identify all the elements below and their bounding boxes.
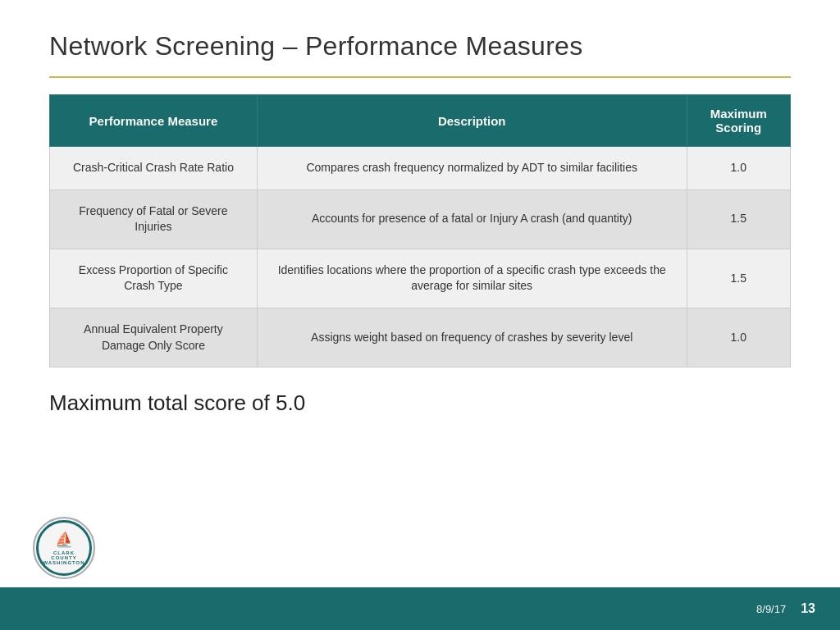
table-row: Frequency of Fatal or Severe InjuriesAcc… xyxy=(50,189,791,249)
cell-description: Accounts for presence of a fatal or Inju… xyxy=(257,189,687,249)
logo-area: ⛵ CLARK COUNTY WASHINGTON xyxy=(33,517,98,582)
col-header-measure: Performance Measure xyxy=(50,95,258,147)
cell-measure: Crash-Critical Crash Rate Ratio xyxy=(50,147,258,190)
title-area: Network Screening – Performance Measures xyxy=(0,0,840,76)
cell-description: Assigns weight based on frequency of cra… xyxy=(257,308,687,367)
footer-page-number: 13 xyxy=(801,601,815,616)
cell-score: 1.5 xyxy=(687,249,790,308)
content-area: Performance Measure Description Maximum … xyxy=(0,94,840,368)
table-header-row: Performance Measure Description Maximum … xyxy=(50,95,791,147)
table-row: Excess Proportion of Specific Crash Type… xyxy=(50,249,791,308)
table-row: Annual Equivalent Property Damage Only S… xyxy=(50,308,791,367)
logo-circle: ⛵ CLARK COUNTY WASHINGTON xyxy=(33,517,95,579)
col-header-scoring: Maximum Scoring xyxy=(687,95,790,147)
cell-score: 1.5 xyxy=(687,189,790,249)
slide: Network Screening – Performance Measures… xyxy=(0,0,840,630)
cell-measure: Annual Equivalent Property Damage Only S… xyxy=(50,308,258,367)
logo-inner: ⛵ CLARK COUNTY WASHINGTON xyxy=(36,520,92,576)
logo-bottom-text: WASHINGTON xyxy=(43,560,84,565)
cell-description: Identifies locations where the proportio… xyxy=(257,249,687,308)
bottom-bar: 8/9/17 13 xyxy=(0,587,840,630)
performance-table: Performance Measure Description Maximum … xyxy=(49,94,791,368)
bottom-info: 8/9/17 13 xyxy=(756,601,815,616)
cell-score: 1.0 xyxy=(687,147,790,190)
title-underline xyxy=(49,76,791,78)
cell-measure: Frequency of Fatal or Severe Injuries xyxy=(50,189,258,249)
max-score-text: Maximum total score of 5.0 xyxy=(0,368,840,416)
footer-date: 8/9/17 xyxy=(756,603,786,615)
col-header-description: Description xyxy=(257,95,687,147)
slide-title: Network Screening – Performance Measures xyxy=(49,31,791,62)
table-row: Crash-Critical Crash Rate RatioCompares … xyxy=(50,147,791,190)
logo-icon: ⛵ xyxy=(55,531,74,549)
cell-measure: Excess Proportion of Specific Crash Type xyxy=(50,249,258,308)
cell-description: Compares crash frequency normalized by A… xyxy=(257,147,687,190)
cell-score: 1.0 xyxy=(687,308,790,367)
logo-top-text: CLARK COUNTY xyxy=(42,550,86,560)
